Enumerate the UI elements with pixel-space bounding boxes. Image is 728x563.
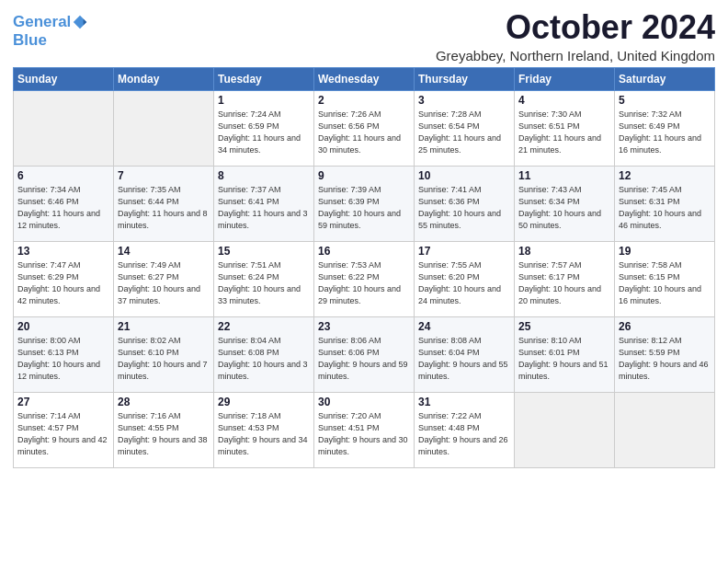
day-detail: Sunrise: 7:45 AM Sunset: 6:31 PM Dayligh… — [619, 184, 711, 232]
calendar-cell: 26Sunrise: 8:12 AM Sunset: 5:59 PM Dayli… — [615, 316, 715, 392]
col-thursday: Thursday — [415, 67, 515, 90]
day-detail: Sunrise: 7:49 AM Sunset: 6:27 PM Dayligh… — [118, 259, 210, 307]
day-number: 17 — [418, 245, 510, 258]
calendar-cell: 8Sunrise: 7:37 AM Sunset: 6:41 PM Daylig… — [214, 166, 314, 241]
month-title: October 2024 — [436, 9, 715, 46]
day-number: 13 — [17, 245, 109, 258]
header-row-days: Sunday Monday Tuesday Wednesday Thursday… — [14, 67, 715, 90]
calendar-cell: 13Sunrise: 7:47 AM Sunset: 6:29 PM Dayli… — [14, 241, 114, 316]
day-detail: Sunrise: 7:20 AM Sunset: 4:51 PM Dayligh… — [318, 410, 410, 458]
calendar-cell: 24Sunrise: 8:08 AM Sunset: 6:04 PM Dayli… — [415, 316, 515, 392]
calendar-cell: 1Sunrise: 7:24 AM Sunset: 6:59 PM Daylig… — [214, 90, 314, 166]
day-number: 9 — [318, 169, 410, 182]
calendar-cell: 6Sunrise: 7:34 AM Sunset: 6:46 PM Daylig… — [14, 166, 114, 241]
calendar-cell: 18Sunrise: 7:57 AM Sunset: 6:17 PM Dayli… — [515, 241, 615, 316]
day-detail: Sunrise: 7:26 AM Sunset: 6:56 PM Dayligh… — [318, 109, 410, 156]
day-number: 7 — [118, 169, 210, 182]
calendar-cell: 31Sunrise: 7:22 AM Sunset: 4:48 PM Dayli… — [415, 392, 515, 467]
day-detail: Sunrise: 8:00 AM Sunset: 6:13 PM Dayligh… — [17, 335, 109, 383]
calendar-cell: 29Sunrise: 7:18 AM Sunset: 4:53 PM Dayli… — [214, 392, 314, 467]
calendar-cell: 23Sunrise: 8:06 AM Sunset: 6:06 PM Dayli… — [314, 316, 415, 392]
calendar-cell: 12Sunrise: 7:45 AM Sunset: 6:31 PM Dayli… — [615, 166, 715, 241]
calendar-cell: 20Sunrise: 8:00 AM Sunset: 6:13 PM Dayli… — [14, 316, 114, 392]
day-number: 27 — [17, 396, 109, 408]
day-detail: Sunrise: 7:28 AM Sunset: 6:54 PM Dayligh… — [418, 109, 510, 156]
week-row-3: 20Sunrise: 8:00 AM Sunset: 6:13 PM Dayli… — [14, 316, 715, 392]
day-detail: Sunrise: 7:37 AM Sunset: 6:41 PM Dayligh… — [218, 184, 310, 232]
day-number: 15 — [218, 245, 310, 258]
day-number: 25 — [518, 320, 610, 333]
day-detail: Sunrise: 8:02 AM Sunset: 6:10 PM Dayligh… — [118, 335, 210, 383]
calendar-cell: 5Sunrise: 7:32 AM Sunset: 6:49 PM Daylig… — [615, 90, 715, 166]
day-detail: Sunrise: 8:06 AM Sunset: 6:06 PM Dayligh… — [318, 335, 410, 383]
day-number: 16 — [318, 245, 410, 258]
calendar-cell — [14, 90, 114, 166]
day-number: 11 — [518, 169, 610, 182]
col-tuesday: Tuesday — [214, 67, 314, 90]
week-row-4: 27Sunrise: 7:14 AM Sunset: 4:57 PM Dayli… — [14, 392, 715, 467]
day-detail: Sunrise: 7:43 AM Sunset: 6:34 PM Dayligh… — [518, 184, 610, 232]
day-number: 23 — [318, 320, 410, 333]
calendar-cell: 14Sunrise: 7:49 AM Sunset: 6:27 PM Dayli… — [114, 241, 214, 316]
day-number: 5 — [619, 94, 711, 107]
day-number: 6 — [17, 169, 109, 182]
day-detail: Sunrise: 7:35 AM Sunset: 6:44 PM Dayligh… — [118, 184, 210, 232]
calendar-cell: 16Sunrise: 7:53 AM Sunset: 6:22 PM Dayli… — [314, 241, 415, 316]
calendar-cell: 9Sunrise: 7:39 AM Sunset: 6:39 PM Daylig… — [314, 166, 415, 241]
calendar-cell: 10Sunrise: 7:41 AM Sunset: 6:36 PM Dayli… — [415, 166, 515, 241]
day-detail: Sunrise: 7:51 AM Sunset: 6:24 PM Dayligh… — [218, 259, 310, 307]
day-number: 29 — [218, 396, 310, 408]
calendar-cell: 27Sunrise: 7:14 AM Sunset: 4:57 PM Dayli… — [14, 392, 114, 467]
day-number: 28 — [118, 396, 210, 408]
calendar-cell: 11Sunrise: 7:43 AM Sunset: 6:34 PM Dayli… — [515, 166, 615, 241]
day-detail: Sunrise: 7:53 AM Sunset: 6:22 PM Dayligh… — [318, 259, 410, 307]
day-detail: Sunrise: 7:55 AM Sunset: 6:20 PM Dayligh… — [418, 259, 510, 307]
day-number: 24 — [418, 320, 510, 333]
calendar-cell: 7Sunrise: 7:35 AM Sunset: 6:44 PM Daylig… — [114, 166, 214, 241]
day-detail: Sunrise: 7:18 AM Sunset: 4:53 PM Dayligh… — [218, 410, 310, 458]
day-detail: Sunrise: 8:04 AM Sunset: 6:08 PM Dayligh… — [218, 335, 310, 383]
day-number: 26 — [619, 320, 711, 333]
col-sunday: Sunday — [14, 67, 114, 90]
day-number: 3 — [418, 94, 510, 107]
day-detail: Sunrise: 7:24 AM Sunset: 6:59 PM Dayligh… — [218, 109, 310, 156]
col-wednesday: Wednesday — [314, 67, 415, 90]
header-row: General Blue October 2024 Greyabbey, Nor… — [13, 9, 715, 63]
calendar-cell: 17Sunrise: 7:55 AM Sunset: 6:20 PM Dayli… — [415, 241, 515, 316]
logo-text: General — [13, 13, 71, 31]
calendar-cell: 19Sunrise: 7:58 AM Sunset: 6:15 PM Dayli… — [615, 241, 715, 316]
day-detail: Sunrise: 7:41 AM Sunset: 6:36 PM Dayligh… — [418, 184, 510, 232]
day-number: 14 — [118, 245, 210, 258]
day-detail: Sunrise: 7:16 AM Sunset: 4:55 PM Dayligh… — [118, 410, 210, 458]
calendar-cell — [114, 90, 214, 166]
calendar-cell: 2Sunrise: 7:26 AM Sunset: 6:56 PM Daylig… — [314, 90, 415, 166]
calendar-cell: 22Sunrise: 8:04 AM Sunset: 6:08 PM Dayli… — [214, 316, 314, 392]
week-row-2: 13Sunrise: 7:47 AM Sunset: 6:29 PM Dayli… — [14, 241, 715, 316]
calendar-cell: 30Sunrise: 7:20 AM Sunset: 4:51 PM Dayli… — [314, 392, 415, 467]
col-monday: Monday — [114, 67, 214, 90]
calendar-cell — [615, 392, 715, 467]
day-detail: Sunrise: 7:32 AM Sunset: 6:49 PM Dayligh… — [619, 109, 711, 156]
day-detail: Sunrise: 7:57 AM Sunset: 6:17 PM Dayligh… — [518, 259, 610, 307]
day-number: 19 — [619, 245, 711, 258]
logo: General Blue — [13, 13, 88, 51]
day-detail: Sunrise: 7:14 AM Sunset: 4:57 PM Dayligh… — [17, 410, 109, 458]
calendar-cell: 3Sunrise: 7:28 AM Sunset: 6:54 PM Daylig… — [415, 90, 515, 166]
col-friday: Friday — [515, 67, 615, 90]
day-detail: Sunrise: 7:30 AM Sunset: 6:51 PM Dayligh… — [518, 109, 610, 156]
calendar-cell: 4Sunrise: 7:30 AM Sunset: 6:51 PM Daylig… — [515, 90, 615, 166]
day-number: 22 — [218, 320, 310, 333]
title-block: October 2024 Greyabbey, Northern Ireland… — [436, 9, 715, 63]
day-number: 10 — [418, 169, 510, 182]
day-detail: Sunrise: 8:10 AM Sunset: 6:01 PM Dayligh… — [518, 335, 610, 383]
day-number: 2 — [318, 94, 410, 107]
day-number: 30 — [318, 396, 410, 408]
day-detail: Sunrise: 7:39 AM Sunset: 6:39 PM Dayligh… — [318, 184, 410, 232]
logo-text2: Blue — [13, 31, 88, 50]
day-detail: Sunrise: 7:58 AM Sunset: 6:15 PM Dayligh… — [619, 259, 711, 307]
day-number: 4 — [518, 94, 610, 107]
calendar-table: Sunday Monday Tuesday Wednesday Thursday… — [13, 67, 715, 468]
day-detail: Sunrise: 7:47 AM Sunset: 6:29 PM Dayligh… — [17, 259, 109, 307]
week-row-0: 1Sunrise: 7:24 AM Sunset: 6:59 PM Daylig… — [14, 90, 715, 166]
day-number: 1 — [218, 94, 310, 107]
